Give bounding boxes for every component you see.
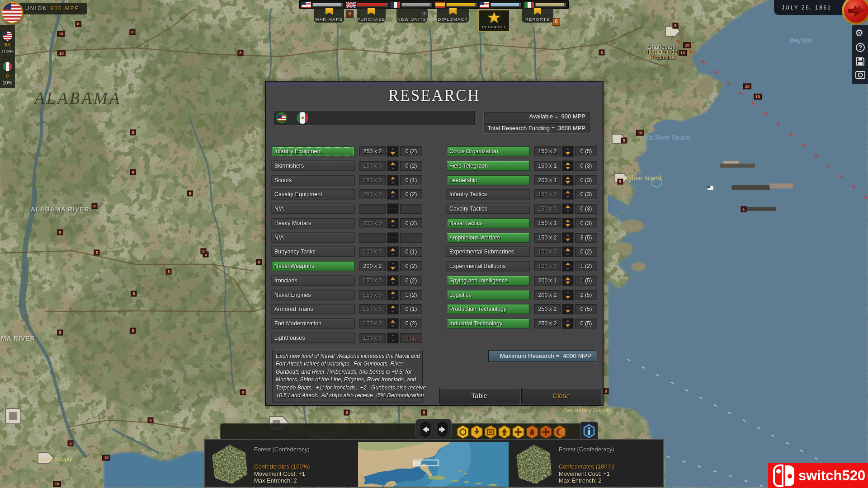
svg-text:8: 8 bbox=[59, 330, 61, 335]
svg-text:1: 1 bbox=[742, 207, 745, 211]
svg-text:8: 8 bbox=[258, 260, 260, 264]
svg-text:5: 5 bbox=[674, 23, 676, 28]
svg-text:8: 8 bbox=[149, 418, 151, 422]
svg-text:8: 8 bbox=[132, 130, 134, 135]
svg-text:10: 10 bbox=[685, 43, 689, 47]
svg-text:10: 10 bbox=[680, 51, 685, 55]
svg-text:8: 8 bbox=[241, 390, 244, 394]
svg-text:10: 10 bbox=[59, 51, 64, 56]
svg-text:8: 8 bbox=[131, 30, 133, 34]
svg-text:8: 8 bbox=[345, 410, 348, 415]
svg-text:8: 8 bbox=[167, 269, 170, 274]
svg-text:8: 8 bbox=[423, 410, 425, 415]
svg-text:8: 8 bbox=[189, 191, 191, 196]
svg-text:8: 8 bbox=[132, 170, 134, 174]
svg-text:5: 5 bbox=[623, 138, 625, 143]
svg-text:10: 10 bbox=[755, 94, 760, 99]
svg-text:5: 5 bbox=[619, 179, 621, 184]
svg-text:8: 8 bbox=[132, 291, 135, 296]
svg-text:8: 8 bbox=[600, 50, 603, 55]
svg-text:8: 8 bbox=[95, 250, 98, 255]
svg-text:8: 8 bbox=[77, 22, 79, 26]
svg-text:8: 8 bbox=[202, 249, 204, 253]
svg-text:8: 8 bbox=[93, 204, 95, 208]
svg-text:8: 8 bbox=[59, 230, 61, 235]
svg-text:10: 10 bbox=[59, 32, 63, 36]
svg-text:5: 5 bbox=[69, 441, 71, 446]
svg-text:10: 10 bbox=[638, 131, 642, 135]
svg-text:8: 8 bbox=[604, 389, 607, 394]
svg-text:10: 10 bbox=[104, 455, 108, 460]
svg-text:8: 8 bbox=[132, 328, 134, 333]
svg-text:8: 8 bbox=[239, 51, 241, 55]
svg-text:10: 10 bbox=[55, 482, 59, 486]
svg-text:10: 10 bbox=[745, 84, 750, 89]
